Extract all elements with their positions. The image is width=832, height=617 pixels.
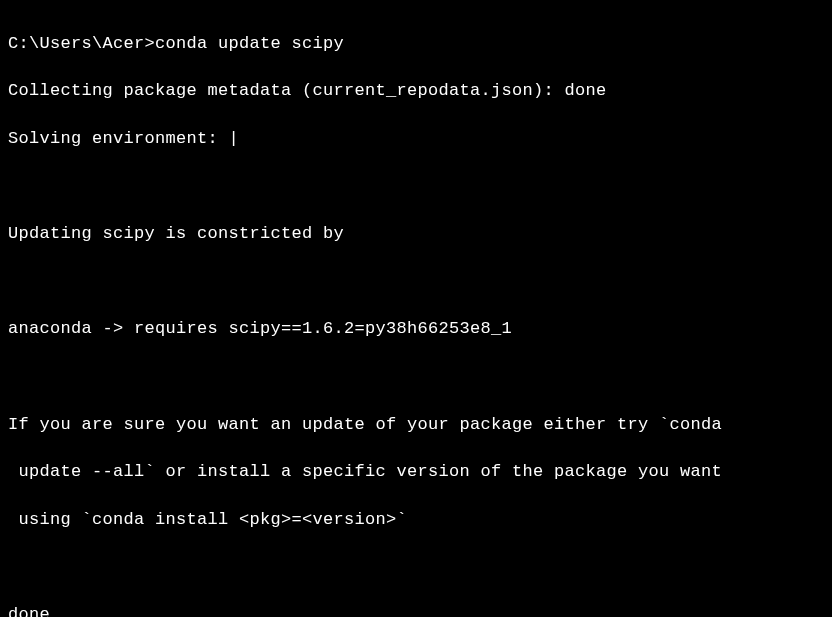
command-input: conda update scipy <box>155 32 344 56</box>
prompt: C:\Users\Acer> <box>8 32 155 56</box>
output-blank <box>8 555 824 579</box>
output-blank <box>8 175 824 199</box>
output-line: using `conda install <pkg>=<version>` <box>8 508 824 532</box>
output-line: update --all` or install a specific vers… <box>8 460 824 484</box>
output-blank <box>8 270 824 294</box>
output-line: If you are sure you want an update of yo… <box>8 413 824 437</box>
terminal-output[interactable]: C:\Users\Acer>conda update scipy Collect… <box>8 8 824 617</box>
output-line: Collecting package metadata (current_rep… <box>8 79 824 103</box>
output-line: done <box>8 603 824 617</box>
output-line: Solving environment: | <box>8 127 824 151</box>
output-line: Updating scipy is constricted by <box>8 222 824 246</box>
output-line: anaconda -> requires scipy==1.6.2=py38h6… <box>8 317 824 341</box>
output-blank <box>8 365 824 389</box>
